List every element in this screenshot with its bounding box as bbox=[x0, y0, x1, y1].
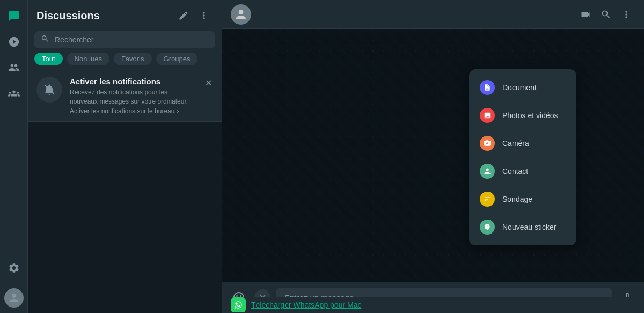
filter-tab-favoris[interactable]: Favoris bbox=[114, 53, 152, 65]
chat-menu-button[interactable] bbox=[617, 5, 635, 24]
poll-icon bbox=[480, 192, 495, 207]
chat-header bbox=[222, 0, 644, 29]
header-search-button[interactable] bbox=[597, 5, 615, 24]
camera-icon bbox=[480, 136, 495, 151]
notification-description: Recevez des notifications pour les nouve… bbox=[70, 88, 196, 106]
notification-link[interactable]: Activer les notifications sur le bureau … bbox=[70, 107, 196, 115]
sidebar-header: Discussions bbox=[28, 0, 222, 29]
wa-download-bar: Télécharger WhatsApp pour Mac bbox=[222, 297, 644, 313]
sidebar-menu-button[interactable] bbox=[195, 6, 213, 25]
photos-videos-label: Photos et vidéos bbox=[502, 111, 558, 120]
photos-videos-icon bbox=[480, 108, 495, 123]
sidebar: Discussions Tout Non lues Favoris Gr bbox=[28, 0, 222, 313]
chat-body: Document Photos et vidéos Caméra bbox=[222, 29, 644, 282]
filter-tab-groupes[interactable]: Groupes bbox=[156, 53, 198, 65]
filter-tab-non-lues[interactable]: Non lues bbox=[67, 53, 109, 65]
user-avatar-rail[interactable] bbox=[4, 288, 24, 308]
attach-document[interactable]: Document bbox=[469, 74, 576, 101]
attach-contact[interactable]: Contact bbox=[469, 157, 576, 185]
attach-sticker[interactable]: Nouveau sticker bbox=[469, 213, 576, 241]
sticker-label: Nouveau sticker bbox=[502, 223, 556, 231]
video-call-button[interactable] bbox=[576, 5, 595, 24]
attach-poll[interactable]: Sondage bbox=[469, 185, 576, 213]
document-label: Document bbox=[502, 83, 537, 92]
attach-menu: Document Photos et vidéos Caméra bbox=[469, 69, 576, 245]
community-rail-icon[interactable] bbox=[3, 57, 25, 78]
notification-icon bbox=[36, 77, 62, 103]
icon-rail bbox=[0, 0, 28, 313]
main-area: Document Photos et vidéos Caméra bbox=[222, 0, 644, 313]
notification-title: Activer les notifications bbox=[70, 77, 196, 86]
filter-tabs: Tout Non lues Favoris Groupes bbox=[28, 53, 222, 70]
notification-close-button[interactable]: ✕ bbox=[204, 77, 213, 89]
search-bar bbox=[34, 31, 215, 48]
camera-label: Caméra bbox=[502, 139, 529, 148]
new-chat-button[interactable] bbox=[174, 6, 193, 25]
search-icon bbox=[41, 34, 49, 45]
search-input[interactable] bbox=[55, 35, 209, 44]
document-icon bbox=[480, 80, 495, 95]
attach-camera[interactable]: Caméra bbox=[469, 129, 576, 157]
status-rail-icon[interactable] bbox=[3, 31, 25, 53]
contact-label: Contact bbox=[502, 167, 528, 176]
wa-logo bbox=[231, 297, 246, 312]
settings-rail-icon[interactable] bbox=[3, 257, 25, 279]
sidebar-chat-list bbox=[28, 122, 222, 313]
notification-banner: Activer les notifications Recevez des no… bbox=[28, 70, 222, 122]
sidebar-title: Discussions bbox=[36, 10, 100, 22]
attach-photos-videos[interactable]: Photos et vidéos bbox=[469, 101, 576, 129]
poll-label: Sondage bbox=[502, 195, 532, 203]
sticker-icon bbox=[480, 220, 495, 235]
contact-icon bbox=[480, 164, 495, 179]
notification-content: Activer les notifications Recevez des no… bbox=[70, 77, 196, 115]
sidebar-header-icons bbox=[174, 6, 213, 25]
wa-download-link[interactable]: Télécharger WhatsApp pour Mac bbox=[251, 301, 361, 309]
filter-tab-tout[interactable]: Tout bbox=[34, 53, 63, 65]
groups-rail-icon[interactable] bbox=[3, 83, 25, 104]
chat-header-icons bbox=[576, 5, 635, 24]
chat-rail-icon[interactable] bbox=[3, 5, 25, 27]
chat-avatar bbox=[231, 4, 251, 25]
